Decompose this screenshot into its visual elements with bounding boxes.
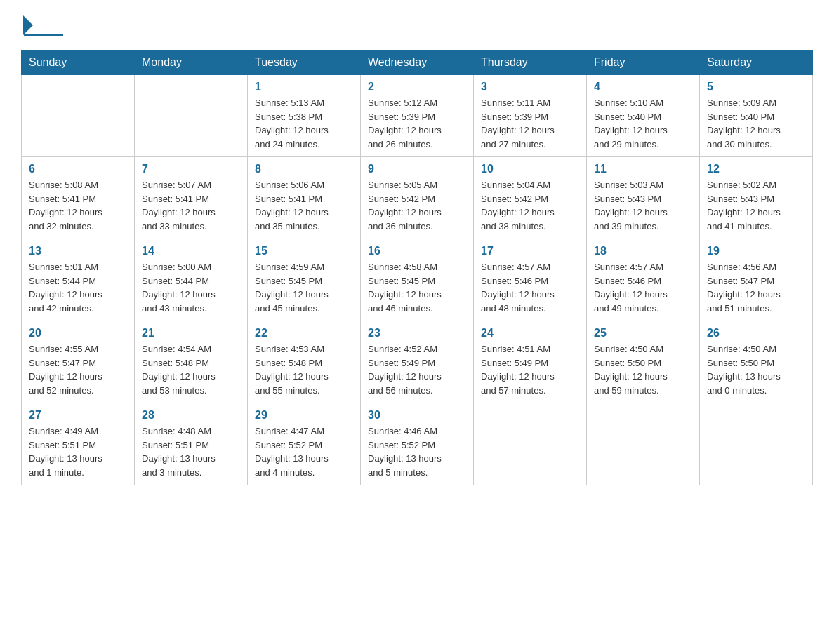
calendar-cell: 9Sunrise: 5:05 AM Sunset: 5:42 PM Daylig… — [361, 157, 474, 239]
day-number: 5 — [707, 81, 805, 93]
day-info: Sunrise: 5:02 AM Sunset: 5:43 PM Dayligh… — [707, 178, 805, 233]
day-number: 11 — [594, 163, 692, 175]
calendar-cell: 1Sunrise: 5:13 AM Sunset: 5:38 PM Daylig… — [248, 75, 361, 157]
day-info: Sunrise: 5:06 AM Sunset: 5:41 PM Dayligh… — [255, 178, 353, 233]
calendar-header-row: SundayMondayTuesdayWednesdayThursdayFrid… — [22, 51, 813, 75]
calendar-cell: 27Sunrise: 4:49 AM Sunset: 5:51 PM Dayli… — [22, 403, 135, 485]
logo-triangle-icon — [23, 15, 33, 35]
calendar-cell — [700, 403, 813, 485]
day-info: Sunrise: 4:59 AM Sunset: 5:45 PM Dayligh… — [255, 260, 353, 315]
week-row-1: 1Sunrise: 5:13 AM Sunset: 5:38 PM Daylig… — [22, 75, 813, 157]
day-info: Sunrise: 4:50 AM Sunset: 5:50 PM Dayligh… — [594, 342, 692, 397]
calendar-cell: 8Sunrise: 5:06 AM Sunset: 5:41 PM Daylig… — [248, 157, 361, 239]
calendar-cell: 7Sunrise: 5:07 AM Sunset: 5:41 PM Daylig… — [135, 157, 248, 239]
day-number: 1 — [255, 81, 353, 93]
day-info: Sunrise: 5:03 AM Sunset: 5:43 PM Dayligh… — [594, 178, 692, 233]
calendar-cell — [474, 403, 587, 485]
calendar-cell — [587, 403, 700, 485]
calendar-cell: 5Sunrise: 5:09 AM Sunset: 5:40 PM Daylig… — [700, 75, 813, 157]
day-info: Sunrise: 5:09 AM Sunset: 5:40 PM Dayligh… — [707, 96, 805, 151]
column-header-wednesday: Wednesday — [361, 51, 474, 75]
day-number: 16 — [368, 245, 466, 257]
calendar-cell: 4Sunrise: 5:10 AM Sunset: 5:40 PM Daylig… — [587, 75, 700, 157]
day-number: 24 — [481, 327, 579, 340]
calendar-cell — [135, 75, 248, 157]
calendar-cell: 17Sunrise: 4:57 AM Sunset: 5:46 PM Dayli… — [474, 239, 587, 321]
day-info: Sunrise: 5:11 AM Sunset: 5:39 PM Dayligh… — [481, 96, 579, 151]
day-info: Sunrise: 5:05 AM Sunset: 5:42 PM Dayligh… — [368, 178, 466, 233]
day-info: Sunrise: 5:12 AM Sunset: 5:39 PM Dayligh… — [368, 96, 466, 151]
day-number: 22 — [255, 327, 353, 340]
calendar-cell: 29Sunrise: 4:47 AM Sunset: 5:52 PM Dayli… — [248, 403, 361, 485]
day-number: 14 — [142, 245, 240, 257]
calendar-cell: 24Sunrise: 4:51 AM Sunset: 5:49 PM Dayli… — [474, 321, 587, 403]
column-header-sunday: Sunday — [22, 51, 135, 75]
column-header-thursday: Thursday — [474, 51, 587, 75]
day-number: 13 — [29, 245, 127, 257]
calendar-cell: 28Sunrise: 4:48 AM Sunset: 5:51 PM Dayli… — [135, 403, 248, 485]
calendar-cell: 20Sunrise: 4:55 AM Sunset: 5:47 PM Dayli… — [22, 321, 135, 403]
day-info: Sunrise: 5:10 AM Sunset: 5:40 PM Dayligh… — [594, 96, 692, 151]
day-info: Sunrise: 4:55 AM Sunset: 5:47 PM Dayligh… — [29, 342, 127, 397]
day-info: Sunrise: 4:50 AM Sunset: 5:50 PM Dayligh… — [707, 342, 805, 397]
calendar-cell: 10Sunrise: 5:04 AM Sunset: 5:42 PM Dayli… — [474, 157, 587, 239]
day-info: Sunrise: 4:56 AM Sunset: 5:47 PM Dayligh… — [707, 260, 805, 315]
day-number: 6 — [29, 163, 127, 175]
calendar-cell: 18Sunrise: 4:57 AM Sunset: 5:46 PM Dayli… — [587, 239, 700, 321]
column-header-saturday: Saturday — [700, 51, 813, 75]
day-info: Sunrise: 4:53 AM Sunset: 5:48 PM Dayligh… — [255, 342, 353, 397]
calendar-table: SundayMondayTuesdayWednesdayThursdayFrid… — [21, 50, 813, 485]
day-info: Sunrise: 5:07 AM Sunset: 5:41 PM Dayligh… — [142, 178, 240, 233]
calendar-cell — [22, 75, 135, 157]
column-header-tuesday: Tuesday — [248, 51, 361, 75]
day-info: Sunrise: 5:04 AM Sunset: 5:42 PM Dayligh… — [481, 178, 579, 233]
calendar-cell: 19Sunrise: 4:56 AM Sunset: 5:47 PM Dayli… — [700, 239, 813, 321]
day-info: Sunrise: 4:51 AM Sunset: 5:49 PM Dayligh… — [481, 342, 579, 397]
day-number: 30 — [368, 409, 466, 422]
logo — [21, 14, 62, 36]
day-number: 21 — [142, 327, 240, 340]
day-number: 25 — [594, 327, 692, 340]
day-number: 17 — [481, 245, 579, 257]
day-number: 15 — [255, 245, 353, 257]
calendar-cell: 25Sunrise: 4:50 AM Sunset: 5:50 PM Dayli… — [587, 321, 700, 403]
day-info: Sunrise: 4:54 AM Sunset: 5:48 PM Dayligh… — [142, 342, 240, 397]
week-row-3: 13Sunrise: 5:01 AM Sunset: 5:44 PM Dayli… — [22, 239, 813, 321]
day-number: 20 — [29, 327, 127, 340]
day-number: 29 — [255, 409, 353, 422]
day-number: 28 — [142, 409, 240, 422]
calendar-cell: 6Sunrise: 5:08 AM Sunset: 5:41 PM Daylig… — [22, 157, 135, 239]
day-number: 7 — [142, 163, 240, 175]
calendar-cell: 26Sunrise: 4:50 AM Sunset: 5:50 PM Dayli… — [700, 321, 813, 403]
day-number: 10 — [481, 163, 579, 175]
week-row-5: 27Sunrise: 4:49 AM Sunset: 5:51 PM Dayli… — [22, 403, 813, 485]
calendar-cell: 15Sunrise: 4:59 AM Sunset: 5:45 PM Dayli… — [248, 239, 361, 321]
day-info: Sunrise: 4:47 AM Sunset: 5:52 PM Dayligh… — [255, 424, 353, 479]
day-number: 8 — [255, 163, 353, 175]
week-row-4: 20Sunrise: 4:55 AM Sunset: 5:47 PM Dayli… — [22, 321, 813, 403]
day-number: 18 — [594, 245, 692, 257]
day-info: Sunrise: 4:48 AM Sunset: 5:51 PM Dayligh… — [142, 424, 240, 479]
week-row-2: 6Sunrise: 5:08 AM Sunset: 5:41 PM Daylig… — [22, 157, 813, 239]
day-info: Sunrise: 5:00 AM Sunset: 5:44 PM Dayligh… — [142, 260, 240, 315]
calendar-cell: 22Sunrise: 4:53 AM Sunset: 5:48 PM Dayli… — [248, 321, 361, 403]
day-number: 2 — [368, 81, 466, 93]
day-number: 26 — [707, 327, 805, 340]
calendar-cell: 3Sunrise: 5:11 AM Sunset: 5:39 PM Daylig… — [474, 75, 587, 157]
column-header-friday: Friday — [587, 51, 700, 75]
day-info: Sunrise: 4:57 AM Sunset: 5:46 PM Dayligh… — [594, 260, 692, 315]
calendar-cell: 21Sunrise: 4:54 AM Sunset: 5:48 PM Dayli… — [135, 321, 248, 403]
calendar-cell: 23Sunrise: 4:52 AM Sunset: 5:49 PM Dayli… — [361, 321, 474, 403]
day-info: Sunrise: 4:52 AM Sunset: 5:49 PM Dayligh… — [368, 342, 466, 397]
calendar-cell: 12Sunrise: 5:02 AM Sunset: 5:43 PM Dayli… — [700, 157, 813, 239]
day-number: 19 — [707, 245, 805, 257]
day-info: Sunrise: 5:01 AM Sunset: 5:44 PM Dayligh… — [29, 260, 127, 315]
calendar-cell: 30Sunrise: 4:46 AM Sunset: 5:52 PM Dayli… — [361, 403, 474, 485]
day-number: 4 — [594, 81, 692, 93]
day-info: Sunrise: 4:57 AM Sunset: 5:46 PM Dayligh… — [481, 260, 579, 315]
day-info: Sunrise: 5:08 AM Sunset: 5:41 PM Dayligh… — [29, 178, 127, 233]
day-number: 23 — [368, 327, 466, 340]
day-info: Sunrise: 4:49 AM Sunset: 5:51 PM Dayligh… — [29, 424, 127, 479]
day-info: Sunrise: 4:46 AM Sunset: 5:52 PM Dayligh… — [368, 424, 466, 479]
day-info: Sunrise: 5:13 AM Sunset: 5:38 PM Dayligh… — [255, 96, 353, 151]
